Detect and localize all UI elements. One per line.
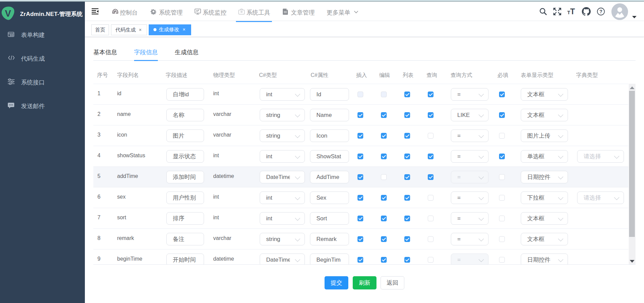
- svg-text:?: ?: [600, 9, 603, 14]
- svg-text:V: V: [5, 8, 11, 19]
